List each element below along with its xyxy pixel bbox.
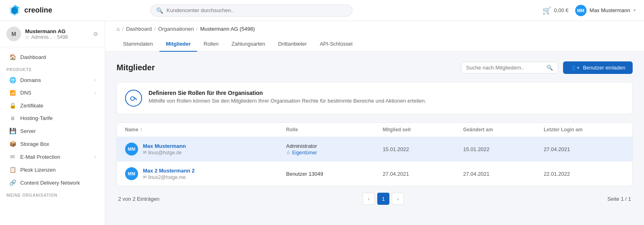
breadcrumb-dashboard[interactable]: Dashboard: [126, 26, 152, 32]
email-text: linus2@hstge.me: [148, 175, 186, 180]
pagination-controls: ‹ 1 ›: [363, 193, 404, 205]
sidebar-item-server[interactable]: 💾 Server: [2, 124, 102, 137]
org-info: Mustermann AG ☆ Adminis... · 5498: [25, 28, 89, 40]
member-info: MM Max Mustermann ✉ linus@hstge.de: [125, 143, 286, 156]
page-info: Seite 1 / 1: [607, 196, 631, 202]
breadcrumb: ⌂ / Dashboard / Organisationen / Musterm…: [117, 26, 633, 32]
navbar-right: 🛒 0,00 € MM Max Mustermann ▾: [542, 5, 636, 16]
cdn-icon: 🔗: [9, 179, 16, 186]
sidebar-item-label: Hosting-Tarife: [20, 115, 96, 121]
col-rolle: Rolle: [286, 127, 383, 132]
search-input[interactable]: [166, 7, 346, 13]
sidebar-item-hosting-tarife[interactable]: 🖥 Hosting-Tarife: [2, 112, 102, 124]
tab-api-schluessel[interactable]: API-Schlüssel: [313, 37, 359, 52]
prev-page-button[interactable]: ‹: [363, 193, 375, 205]
tab-drittanbieter[interactable]: Drittanbieter: [272, 37, 313, 52]
sidebar-item-domains[interactable]: 🌐 Domains ›: [2, 74, 102, 86]
mail-icon: ✉: [143, 150, 147, 155]
global-search[interactable]: 🔍: [150, 4, 353, 17]
gear-icon[interactable]: ⚙: [93, 31, 98, 37]
total-entries: 2 von 2 Einträgen: [118, 196, 159, 202]
plesk-icon: 📋: [9, 166, 16, 173]
avatar: MM: [125, 143, 138, 156]
logo[interactable]: creoline: [8, 4, 52, 17]
sidebar-item-storage-box[interactable]: 📦 Storage Box: [2, 137, 102, 150]
sidebar-item-email-protection[interactable]: ✉ E-Mail Protection ›: [2, 150, 102, 163]
sidebar-section-produkte: PRODUKTE: [0, 63, 105, 74]
col-mitglied-seit: Mitglied seit: [383, 127, 463, 132]
search-icon: 🔍: [156, 7, 163, 14]
page-body: Mitglieder 🔍 👤+ Benutzer einladen: [105, 52, 644, 216]
home-icon[interactable]: ⌂: [117, 26, 120, 32]
database-icon: 💾: [9, 128, 16, 134]
table-row: MM Max Mustermann ✉ linus@hstge.de Admin…: [117, 137, 632, 162]
cart-amount: 0,00 €: [554, 7, 568, 13]
member-name[interactable]: Max 2 Mustermann 2: [143, 168, 195, 174]
chevron-right-icon: ›: [94, 90, 96, 96]
role-owner-badge[interactable]: ☆ Eigentümer: [286, 150, 383, 156]
org-name: Mustermann AG: [25, 28, 89, 34]
org-separator: ·: [54, 34, 55, 40]
role-icon: [125, 90, 142, 107]
top-section: ⌂ / Dashboard / Organisationen / Musterm…: [105, 21, 644, 52]
server-icon: 🖥: [9, 116, 16, 121]
role-name: Benutzer 13049: [286, 171, 383, 177]
table-row: MM Max 2 Mustermann 2 ✉ linus2@hstge.me …: [117, 162, 632, 186]
email-text: linus@hstge.de: [148, 150, 182, 156]
member-name-wrap: Max 2 Mustermann 2 ✉ linus2@hstge.me: [143, 168, 195, 180]
mitglied-seit: 27.04.2021: [383, 171, 463, 177]
next-page-button[interactable]: ›: [392, 193, 404, 205]
role-name: Administrator: [286, 143, 383, 149]
org-avatar: M: [6, 27, 21, 41]
letzter-login: 22.01.2022: [544, 171, 624, 177]
breadcrumb-current: Mustermann AG (5498): [200, 26, 255, 32]
sidebar-item-dns[interactable]: 📶 DNS ›: [2, 86, 102, 99]
breadcrumb-organisationen[interactable]: Organisationen: [158, 26, 194, 32]
layout: M Mustermann AG ☆ Adminis... · 5498 ⚙ 🏠 …: [0, 21, 644, 225]
sidebar-item-label: Dashboard: [20, 54, 96, 60]
sidebar: M Mustermann AG ☆ Adminis... · 5498 ⚙ 🏠 …: [0, 21, 105, 225]
invite-user-button[interactable]: 👤+ Benutzer einladen: [563, 61, 633, 74]
info-description: Mithilfe von Rollen können Sie den Mitgl…: [149, 98, 426, 104]
sidebar-item-label: Storage Box: [20, 141, 96, 147]
tab-zahlungsarten[interactable]: Zahlungsarten: [225, 37, 272, 52]
table-header: Name ↑ Rolle Mitglied seit Geändert am L…: [117, 123, 632, 137]
mail-icon: ✉: [9, 154, 16, 160]
box-icon: 📦: [9, 141, 16, 147]
col-name-label: Name: [125, 127, 138, 132]
page-1-button[interactable]: 1: [377, 193, 389, 205]
info-content: Definieren Sie Rollen für Ihre Organisat…: [149, 90, 426, 104]
sidebar-item-label: DNS: [20, 90, 90, 96]
lock-icon: 🔒: [9, 102, 16, 109]
sidebar-item-zertifikate[interactable]: 🔒 Zertifikate: [2, 99, 102, 112]
sidebar-item-dashboard[interactable]: 🏠 Dashboard: [2, 50, 102, 63]
role-col: Benutzer 13049: [286, 171, 383, 177]
chevron-down-icon: ▾: [633, 8, 636, 13]
sort-icon[interactable]: ↑: [140, 127, 142, 132]
globe-icon: 🌐: [9, 77, 16, 83]
cart-area[interactable]: 🛒 0,00 €: [542, 6, 568, 15]
mitglied-seit: 15.01.2022: [383, 146, 463, 152]
search-members[interactable]: 🔍: [461, 62, 558, 74]
header-right: 🔍 👤+ Benutzer einladen: [461, 61, 633, 74]
navbar: creoline 🔍 🛒 0,00 € MM Max Mustermann ▾: [0, 0, 644, 21]
sidebar-item-label: Plesk Lizenzen: [20, 167, 96, 173]
members-table: Name ↑ Rolle Mitglied seit Geändert am L…: [117, 122, 633, 186]
search-members-input[interactable]: [466, 65, 543, 71]
tab-mitglieder[interactable]: Mitglieder: [159, 37, 197, 52]
sidebar-item-cdn[interactable]: 🔗 Content Delivery Network: [2, 176, 102, 189]
app-name: creoline: [24, 6, 52, 15]
tab-stammdaten[interactable]: Stammdaten: [117, 37, 159, 52]
sidebar-item-label: E-Mail Protection: [20, 154, 90, 160]
chevron-right-icon: ›: [94, 154, 96, 160]
tab-rollen[interactable]: Rollen: [197, 37, 225, 52]
member-name[interactable]: Max Mustermann: [143, 143, 186, 149]
col-geaendert-am: Geändert am: [463, 127, 544, 132]
org-role: Adminis...: [31, 34, 53, 40]
sidebar-item-plesk[interactable]: 📋 Plesk Lizenzen: [2, 163, 102, 176]
owner-label: Eigentümer: [292, 150, 317, 156]
user-area[interactable]: MM Max Mustermann ▾: [575, 5, 636, 16]
star-icon: ☆: [25, 34, 30, 40]
geaendert-am: 15.01.2022: [463, 146, 544, 152]
star-icon: ☆: [286, 150, 291, 156]
